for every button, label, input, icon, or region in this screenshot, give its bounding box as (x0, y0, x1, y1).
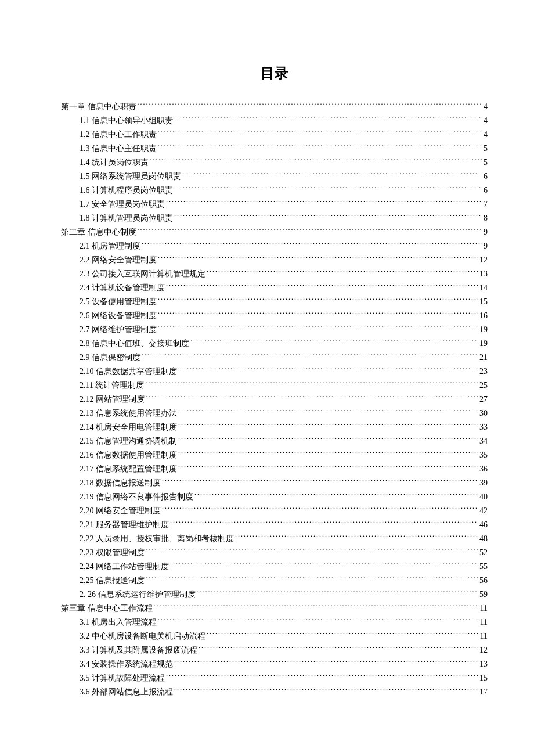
toc-leader-dots (182, 171, 482, 179)
toc-entry-page: 15 (479, 295, 488, 309)
toc-leader-dots (158, 310, 478, 318)
toc-entry-text: 第二章 信息中心制度 (61, 225, 136, 239)
toc-leader-dots (138, 226, 483, 235)
toc-entry-page: 27 (479, 393, 488, 406)
toc-entry-page: 5 (484, 156, 488, 170)
toc-entry-text: 2.21 服务器管理维护制度 (80, 518, 169, 532)
toc-entry[interactable]: 1.2 信息中心工作职责4 (61, 128, 488, 142)
toc-entry[interactable]: 3.4 安装操作系统流程规范13 (61, 657, 488, 671)
toc-leader-dots (158, 296, 478, 304)
toc-entry-page: 12 (479, 643, 488, 657)
toc-entry[interactable]: 2.13 信息系统使用管理办法30 (61, 406, 488, 420)
toc-leader-dots (178, 408, 478, 416)
toc-entry[interactable]: 1.8 计算机管理员岗位职责8 (61, 211, 488, 225)
toc-leader-dots (199, 645, 478, 653)
toc-entry-page: 9 (484, 239, 488, 253)
toc-entry[interactable]: 3.6 外部网站信息上报流程17 (61, 685, 488, 699)
toc-entry-page: 36 (479, 462, 488, 476)
toc-entry[interactable]: 3.3 计算机及其附属设备报废流程12 (61, 643, 488, 657)
toc-entry-page: 52 (479, 546, 488, 560)
toc-leader-dots (174, 658, 478, 667)
toc-leader-dots (158, 143, 482, 151)
toc-entry[interactable]: 1.7 安全管理员岗位职责7 (61, 197, 488, 211)
toc-entry[interactable]: 1.3 信息中心主任职责5 (61, 142, 488, 156)
toc-entry-page: 8 (484, 211, 488, 225)
toc-leader-dots (170, 561, 478, 569)
toc-entry[interactable]: 2.7 网络维护管理制度19 (61, 323, 488, 337)
toc-entry[interactable]: 2.24 网络工作站管理制度55 (61, 560, 488, 574)
toc-entry[interactable]: 2.3 公司接入互联网计算机管理规定13 (61, 267, 488, 281)
toc-entry-page: 12 (479, 253, 488, 267)
toc-entry[interactable]: 2.16 信息数据使用管理制度35 (61, 448, 488, 462)
toc-entry[interactable]: 1.5 网络系统管理员岗位职责6 (61, 170, 488, 183)
toc-entry-page: 9 (484, 225, 488, 239)
toc-entry-page: 4 (484, 100, 488, 114)
toc-leader-dots (162, 477, 478, 485)
toc-entry[interactable]: 3.5 计算机故障处理流程15 (61, 671, 488, 685)
toc-entry[interactable]: 1.4 统计员岗位职责5 (61, 156, 488, 170)
toc-entry-text: 1.1 信息中心领导小组职责 (80, 114, 173, 128)
toc-entry[interactable]: 2.19 信息网络不良事件报告制度40 (61, 490, 488, 504)
toc-title: 目录 (61, 64, 488, 82)
toc-entry[interactable]: 2.1 机房管理制度9 (61, 239, 488, 253)
toc-entry[interactable]: 2.14 机房安全用电管理制度33 (61, 420, 488, 434)
toc-entry[interactable]: 1.1 信息中心领导小组职责4 (61, 114, 488, 128)
toc-entry-text: 1.8 计算机管理员岗位职责 (80, 211, 173, 225)
toc-entry[interactable]: 2.11 统计管理制度25 (61, 379, 488, 393)
toc-entry[interactable]: 2.9 信息保密制度21 (61, 351, 488, 365)
toc-entry[interactable]: 2.17 信息系统配置管理制度36 (61, 462, 488, 476)
toc-entry[interactable]: 2.10 信息数据共享管理制度23 (61, 365, 488, 379)
toc-leader-dots (138, 101, 483, 109)
toc-leader-dots (154, 603, 479, 611)
toc-entry[interactable]: 2.25 信息报送制度56 (61, 574, 488, 588)
toc-leader-dots (142, 352, 478, 360)
toc-leader-dots (178, 366, 478, 374)
toc-entry[interactable]: 2.12 网站管理制度27 (61, 393, 488, 406)
toc-entry-text: 2.23 权限管理制度 (80, 546, 145, 560)
toc-leader-dots (162, 505, 478, 513)
toc-entry-page: 40 (479, 490, 488, 504)
toc-entry[interactable]: 2.5 设备使用管理制度15 (61, 295, 488, 309)
toc-entry-text: 1.6 计算机程序员岗位职责 (80, 183, 173, 197)
page-content: 目录 第一章 信息中心职责41.1 信息中心领导小组职责41.2 信息中心工作职… (0, 0, 534, 734)
toc-entry-text: 3.3 计算机及其附属设备报废流程 (80, 643, 197, 657)
toc-entry[interactable]: 第三章 信息中心工作流程11 (61, 602, 488, 615)
toc-entry[interactable]: 3.2 中心机房设备断电关机启动流程11 (61, 629, 488, 643)
toc-leader-dots (146, 394, 478, 402)
toc-leader-dots (190, 338, 478, 346)
toc-entry[interactable]: 2.2 网络安全管理制度12 (61, 253, 488, 267)
toc-entry-text: 2.18 数据信息报送制度 (80, 476, 161, 490)
toc-entry[interactable]: 2.18 数据信息报送制度39 (61, 476, 488, 490)
toc-entry-text: 2.9 信息保密制度 (80, 351, 140, 365)
toc-entry-text: 2.2 网络安全管理制度 (80, 253, 157, 267)
toc-entry[interactable]: 3.1 机房出入管理流程11 (61, 615, 488, 629)
toc-entry[interactable]: 2.21 服务器管理维护制度46 (61, 518, 488, 532)
toc-leader-dots (194, 491, 478, 499)
toc-entry-text: 3.1 机房出入管理流程 (80, 615, 157, 629)
toc-entry[interactable]: 2.15 信息管理沟通协调机制34 (61, 434, 488, 448)
toc-entry[interactable]: 1.6 计算机程序员岗位职责6 (61, 183, 488, 197)
toc-entry-text: 2.13 信息系统使用管理办法 (80, 406, 177, 420)
toc-leader-dots (207, 268, 478, 276)
toc-leader-dots (235, 533, 478, 541)
toc-entry[interactable]: 2.20 网络安全管理制度42 (61, 504, 488, 518)
toc-entry[interactable]: 2.23 权限管理制度52 (61, 546, 488, 560)
toc-entry-text: 第一章 信息中心职责 (61, 100, 136, 114)
toc-entry[interactable]: 第二章 信息中心制度9 (61, 225, 488, 239)
toc-entry-page: 59 (479, 588, 488, 602)
toc-entry-text: 1.3 信息中心主任职责 (80, 142, 157, 156)
toc-entry-page: 15 (479, 671, 488, 685)
toc-entry[interactable]: 2.6 网络设备管理制度16 (61, 309, 488, 323)
toc-entry[interactable]: 2. 26 信息系统运行维护管理制度59 (61, 588, 488, 602)
toc-entry[interactable]: 第一章 信息中心职责4 (61, 100, 488, 114)
toc-leader-dots (178, 449, 478, 458)
toc-entry[interactable]: 2.8 信息中心值班、交接班制度19 (61, 337, 488, 351)
toc-entry[interactable]: 2.4 计算机设备管理制度14 (61, 281, 488, 295)
toc-leader-dots (146, 547, 478, 555)
toc-entry-page: 19 (479, 337, 488, 351)
toc-entry-page: 19 (479, 323, 488, 337)
toc-entry-page: 25 (479, 379, 488, 393)
toc-leader-dots (207, 631, 479, 639)
toc-leader-dots (150, 157, 482, 165)
toc-entry[interactable]: 2.22 人员录用、授权审批、离岗和考核制度48 (61, 532, 488, 546)
